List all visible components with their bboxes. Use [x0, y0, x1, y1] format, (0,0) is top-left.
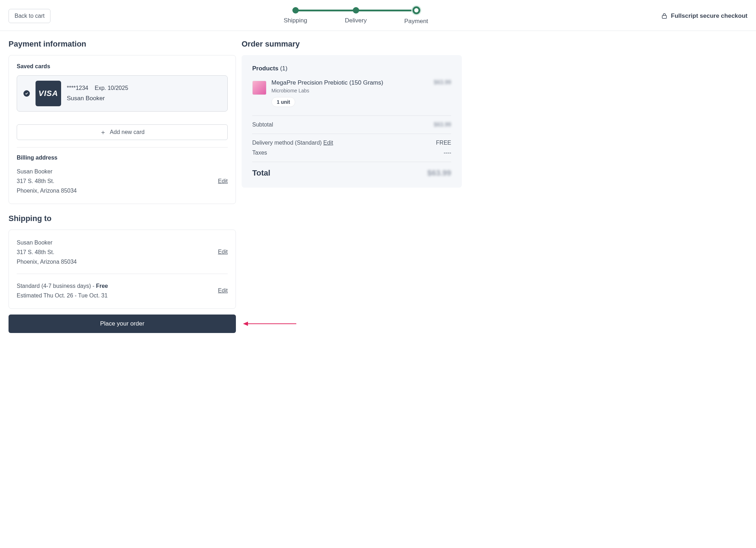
order-summary-box: Products (1) MegaPre Precision Prebiotic…: [242, 55, 462, 188]
checkout-stepper: Shipping Delivery Payment: [265, 7, 447, 25]
secure-checkout-label: Fullscript secure checkout: [661, 12, 747, 20]
visa-card-icon: VISA: [36, 81, 61, 106]
taxes-value: ----: [444, 150, 451, 156]
delivery-row: Delivery method (Standard) Edit FREE: [252, 140, 451, 146]
product-quantity-pill: 1 unit: [271, 97, 295, 107]
payment-info-title: Payment information: [9, 39, 236, 49]
shipping-address: Susan Booker 317 S. 48th St. Phoenix, Ar…: [17, 238, 77, 267]
annotation-arrow-icon: [243, 320, 296, 327]
product-brand: Microbiome Labs: [271, 88, 429, 93]
total-row: Total $63.99: [252, 162, 451, 178]
shipping-card-section: Susan Booker 317 S. 48th St. Phoenix, Ar…: [9, 230, 236, 309]
edit-billing-link[interactable]: Edit: [218, 178, 228, 184]
add-new-card-button[interactable]: ＋ Add new card: [17, 124, 228, 140]
step-dot-complete-icon: [292, 7, 299, 14]
step-dot-complete-icon: [353, 7, 359, 14]
saved-card-option[interactable]: VISA ****1234 Exp. 10/2025 Susan Booker: [17, 75, 228, 112]
product-line-item: MegaPre Precision Prebiotic (150 Grams) …: [252, 79, 451, 116]
svg-rect-0: [662, 16, 666, 18]
product-thumbnail: [252, 81, 266, 95]
edit-delivery-link[interactable]: Edit: [323, 140, 333, 146]
step-shipping: Shipping: [265, 7, 326, 24]
billing-address-label: Billing address: [17, 155, 228, 161]
edit-shipping-method-link[interactable]: Edit: [218, 288, 228, 294]
products-header: Products (1): [252, 65, 451, 72]
saved-cards-label: Saved cards: [17, 63, 228, 70]
total-value: $63.99: [427, 168, 451, 178]
delivery-value: FREE: [436, 140, 451, 146]
step-dot-current-icon: [412, 6, 420, 14]
subtotal-value: $63.99: [434, 122, 451, 128]
subtotal-row: Subtotal $63.99: [252, 116, 451, 134]
cardholder-name: Susan Booker: [67, 95, 128, 102]
place-order-button[interactable]: Place your order: [9, 315, 236, 333]
card-expiry: Exp. 10/2025: [95, 85, 128, 91]
lock-icon: [661, 12, 668, 20]
edit-shipping-address-link[interactable]: Edit: [218, 249, 228, 255]
shipping-to-title: Shipping to: [9, 214, 236, 223]
shipping-method: Standard (4-7 business days) - Free Esti…: [17, 281, 108, 300]
back-to-cart-button[interactable]: Back to cart: [9, 9, 50, 23]
product-price: $63.99: [434, 79, 451, 86]
order-summary-title: Order summary: [242, 39, 462, 49]
checkout-header: Back to cart Shipping Delivery Payment F…: [0, 0, 756, 31]
billing-address: Susan Booker 317 S. 48th St. Phoenix, Ar…: [17, 167, 77, 196]
checkmark-icon: [23, 90, 30, 97]
product-name: MegaPre Precision Prebiotic (150 Grams): [271, 79, 429, 86]
plus-icon: ＋: [100, 129, 106, 135]
svg-marker-2: [243, 322, 248, 326]
card-masked-number: ****1234: [67, 85, 88, 91]
payment-card-section: Saved cards VISA ****1234 Exp. 10/2025 S…: [9, 55, 236, 204]
taxes-row: Taxes ----: [252, 150, 451, 156]
